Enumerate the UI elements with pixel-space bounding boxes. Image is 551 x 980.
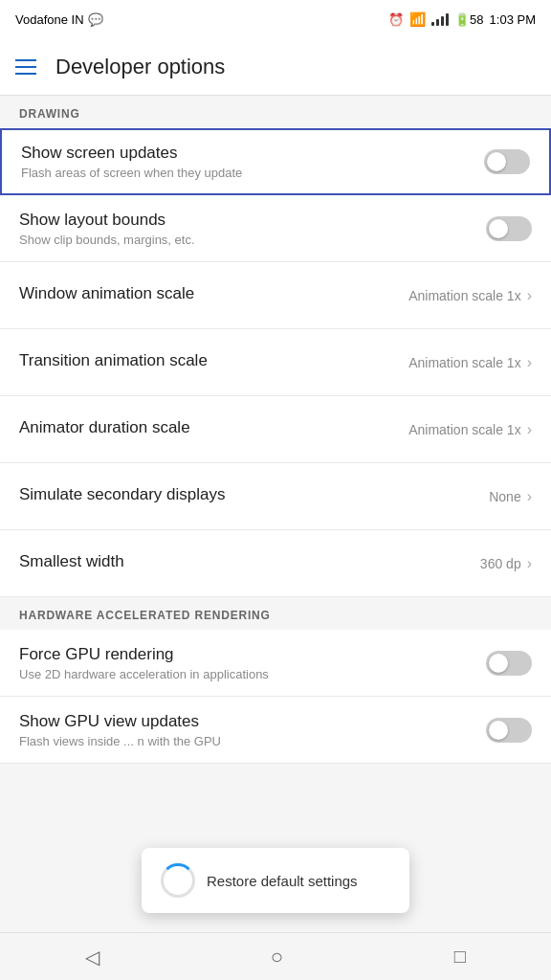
chevron-icon: ›	[527, 421, 532, 438]
setting-animator-duration-scale[interactable]: Animator duration scale Animation scale …	[0, 396, 551, 463]
signal-bars	[431, 12, 449, 26]
restore-default-popup[interactable]: Restore default settings	[142, 848, 409, 913]
carrier-info: Vodafone IN 💬	[15, 12, 103, 27]
setting-transition-animation-scale[interactable]: Transition animation scale Animation sca…	[0, 329, 551, 396]
navigation-bar: ◁ ○ □	[0, 932, 551, 980]
toggle-force-gpu-rendering[interactable]	[486, 651, 532, 676]
back-button[interactable]: ◁	[66, 938, 119, 976]
toggle-show-gpu-view-updates[interactable]	[486, 718, 532, 743]
setting-simulate-secondary-displays[interactable]: Simulate secondary displays None ›	[0, 463, 551, 530]
spinner-icon	[161, 863, 195, 898]
carrier-icon: 💬	[88, 12, 103, 27]
setting-window-animation-scale[interactable]: Window animation scale Animation scale 1…	[0, 262, 551, 329]
chevron-icon: ›	[527, 354, 532, 371]
setting-smallest-width[interactable]: Smallest width 360 dp ›	[0, 530, 551, 597]
chevron-icon: ›	[527, 287, 532, 304]
carrier-text: Vodafone IN	[15, 12, 84, 27]
time-display: 1:03 PM	[490, 12, 536, 27]
chevron-icon: ›	[527, 555, 532, 572]
status-icons: ⏰ 📶 🔋58 1:03 PM	[388, 11, 536, 27]
home-button[interactable]: ○	[252, 937, 302, 977]
setting-show-layout-bounds[interactable]: Show layout bounds Show clip bounds, mar…	[0, 195, 551, 262]
section-hardware: HARDWARE ACCELERATED RENDERING	[0, 597, 551, 630]
page-title: Developer options	[55, 55, 225, 79]
section-drawing: DRAWING	[0, 96, 551, 128]
recents-button[interactable]: □	[435, 938, 485, 975]
battery-text: 🔋58	[454, 12, 483, 27]
alarm-icon: ⏰	[388, 12, 404, 27]
chevron-icon: ›	[527, 488, 532, 505]
app-header: Developer options	[0, 38, 551, 96]
setting-force-gpu-rendering[interactable]: Force GPU rendering Use 2D hardware acce…	[0, 630, 551, 697]
toggle-show-layout-bounds[interactable]	[486, 216, 532, 241]
setting-show-screen-updates[interactable]: Show screen updates Flash areas of scree…	[0, 128, 551, 195]
settings-content: DRAWING Show screen updates Flash areas …	[0, 96, 551, 932]
wifi-icon: 📶	[409, 11, 426, 27]
toggle-show-screen-updates[interactable]	[484, 149, 530, 174]
menu-button[interactable]	[15, 59, 36, 75]
tooltip-text: Restore default settings	[207, 873, 358, 889]
setting-show-gpu-view-updates[interactable]: Show GPU view updates Flash views inside…	[0, 697, 551, 764]
status-bar: Vodafone IN 💬 ⏰ 📶 🔋58 1:03 PM	[0, 0, 551, 38]
